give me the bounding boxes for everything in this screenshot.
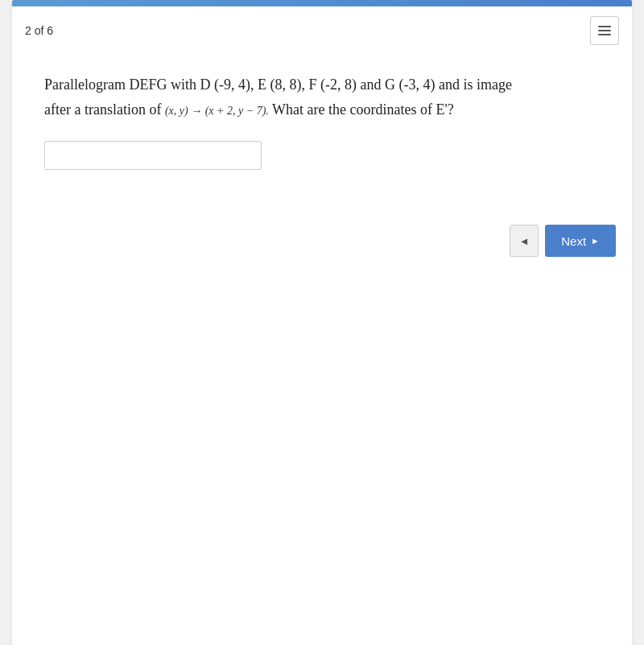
next-button[interactable]: Next ► (545, 225, 616, 257)
menu-icon (598, 26, 611, 35)
top-bar (12, 0, 632, 6)
menu-button[interactable] (590, 16, 619, 45)
card-body: Parallelogram DEFG with D (-9, 4), E (8,… (12, 53, 632, 218)
menu-line-1 (598, 26, 611, 27)
question-counter: 2 of 6 (25, 24, 53, 37)
card-header: 2 of 6 (12, 6, 632, 53)
next-arrow-icon: ► (591, 236, 600, 246)
question-card: 2 of 6 Parallelogram DEFG with D (-9, 4)… (12, 0, 632, 645)
prev-arrow-icon: ◄ (519, 235, 530, 247)
page-wrapper: 2 of 6 Parallelogram DEFG with D (-9, 4)… (0, 0, 644, 645)
math-formula: (x, y) → (x + 2, y − 7). (165, 105, 269, 117)
prev-button[interactable]: ◄ (510, 225, 539, 257)
menu-line-3 (598, 34, 611, 35)
question-text-part3: What are the coordinates of E'? (272, 101, 454, 118)
next-label: Next (561, 234, 586, 248)
question-text-part1: Parallelogram DEFG with D (-9, 4), E (8,… (44, 76, 512, 93)
question-text-part2: after a translation of (44, 101, 161, 118)
menu-line-2 (598, 30, 611, 31)
card-footer: ◄ Next ► (12, 218, 632, 273)
answer-input[interactable] (44, 141, 262, 170)
question-text: Parallelogram DEFG with D (-9, 4), E (8,… (44, 72, 600, 122)
